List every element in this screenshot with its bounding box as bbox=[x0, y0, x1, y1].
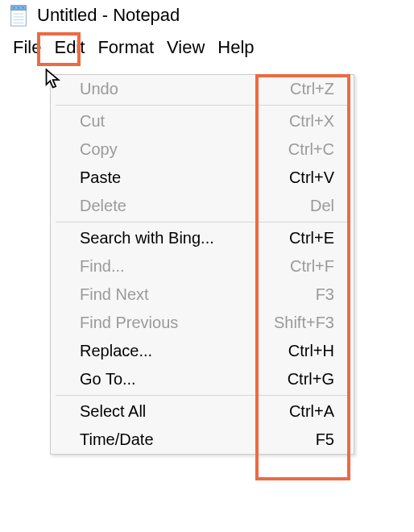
menu-item-shortcut: Ctrl+V bbox=[289, 168, 339, 187]
menu-item-shortcut: F3 bbox=[316, 285, 339, 304]
menu-item-label: Time/Date bbox=[80, 430, 154, 449]
menu-item-shortcut: Ctrl+A bbox=[289, 402, 339, 421]
menu-item-shortcut: Del bbox=[310, 197, 339, 215]
menu-item-label: Replace... bbox=[80, 342, 152, 360]
notepad-icon bbox=[6, 3, 31, 27]
menu-format[interactable]: Format bbox=[91, 34, 160, 61]
menu-help[interactable]: Help bbox=[211, 34, 260, 61]
menu-bar: File Edit Format View Help bbox=[0, 31, 414, 64]
separator bbox=[56, 222, 349, 222]
menu-item-label: Select All bbox=[80, 402, 146, 421]
menu-item-shortcut: Ctrl+X bbox=[289, 112, 339, 131]
cursor-icon bbox=[43, 68, 66, 94]
menu-item-shortcut: Ctrl+F bbox=[290, 257, 339, 276]
menu-goto[interactable]: Go To... Ctrl+G bbox=[51, 365, 354, 393]
menu-item-label: Delete bbox=[80, 197, 126, 215]
menu-find[interactable]: Find... Ctrl+F bbox=[51, 252, 354, 281]
menu-search-bing[interactable]: Search with Bing... Ctrl+E bbox=[51, 224, 354, 252]
separator bbox=[56, 395, 349, 396]
svg-rect-0 bbox=[11, 10, 27, 27]
menu-item-label: Search with Bing... bbox=[80, 229, 214, 247]
menu-item-label: Go To... bbox=[80, 370, 136, 389]
menu-item-shortcut: Shift+F3 bbox=[274, 314, 339, 332]
window-title: Untitled - Notepad bbox=[37, 5, 180, 26]
menu-item-label: Copy bbox=[80, 140, 118, 159]
menu-item-shortcut: Ctrl+G bbox=[288, 370, 339, 389]
menu-item-shortcut: Ctrl+Z bbox=[290, 80, 339, 98]
menu-find-previous[interactable]: Find Previous Shift+F3 bbox=[51, 309, 354, 337]
menu-copy[interactable]: Copy Ctrl+C bbox=[51, 135, 354, 164]
menu-item-label: Undo bbox=[80, 80, 118, 98]
svg-point-4 bbox=[23, 7, 24, 9]
menu-time-date[interactable]: Time/Date F5 bbox=[51, 426, 354, 454]
menu-item-label: Find... bbox=[80, 257, 125, 276]
menu-find-next[interactable]: Find Next F3 bbox=[51, 281, 354, 309]
menu-undo[interactable]: Undo Ctrl+Z bbox=[51, 75, 354, 103]
menu-view[interactable]: View bbox=[160, 34, 211, 61]
separator bbox=[56, 105, 349, 106]
menu-cut[interactable]: Cut Ctrl+X bbox=[51, 107, 354, 135]
menu-item-label: Paste bbox=[80, 168, 121, 187]
menu-item-shortcut: Ctrl+H bbox=[288, 342, 339, 360]
menu-item-label: Cut bbox=[80, 112, 105, 131]
svg-point-2 bbox=[13, 7, 14, 9]
menu-select-all[interactable]: Select All Ctrl+A bbox=[51, 397, 354, 426]
edit-dropdown: Undo Ctrl+Z Cut Ctrl+X Copy Ctrl+C Paste… bbox=[50, 74, 354, 455]
svg-point-3 bbox=[18, 7, 19, 9]
menu-item-shortcut: Ctrl+C bbox=[288, 140, 339, 159]
menu-delete[interactable]: Delete Del bbox=[51, 192, 354, 220]
menu-item-label: Find Next bbox=[80, 285, 149, 304]
menu-item-label: Find Previous bbox=[80, 314, 178, 332]
menu-item-shortcut: Ctrl+E bbox=[289, 229, 339, 247]
title-bar: Untitled - Notepad bbox=[0, 0, 414, 31]
menu-replace[interactable]: Replace... Ctrl+H bbox=[51, 337, 354, 365]
menu-paste[interactable]: Paste Ctrl+V bbox=[51, 164, 354, 192]
menu-edit[interactable]: Edit bbox=[48, 34, 91, 61]
menu-item-shortcut: F5 bbox=[316, 430, 339, 449]
menu-file[interactable]: File bbox=[6, 34, 48, 61]
